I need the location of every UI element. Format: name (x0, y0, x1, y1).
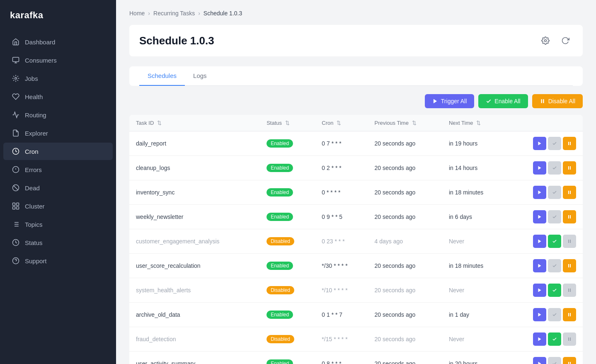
row-actions (513, 332, 576, 346)
next-time-cell: Never (442, 229, 507, 254)
cron-cell: 0 23 * * * (315, 229, 368, 254)
refresh-button[interactable] (558, 33, 573, 48)
previous-time-cell: 20 seconds ago (368, 156, 442, 180)
settings-icon (541, 36, 550, 45)
pause-icon (567, 190, 572, 195)
sidebar-item-cluster[interactable]: Cluster (3, 197, 113, 215)
sidebar-item-support[interactable]: Support (3, 252, 113, 269)
check-icon (552, 288, 557, 293)
row-trigger-button[interactable] (533, 332, 546, 346)
row-enable-button[interactable] (548, 235, 561, 248)
sidebar-item-topics[interactable]: Topics (3, 216, 113, 233)
col-previous-time[interactable]: Previous Time ⇅ (368, 115, 442, 131)
task-id-cell: archive_old_data (129, 303, 260, 327)
trigger-all-button[interactable]: Trigger All (425, 94, 475, 108)
tab-schedules[interactable]: Schedules (139, 66, 185, 86)
cron-cell: 0 * * * * (315, 180, 368, 205)
row-trigger-button[interactable] (533, 137, 546, 150)
play-icon (537, 190, 542, 195)
row-trigger-button[interactable] (533, 357, 546, 364)
status-badge: Disabled (267, 237, 294, 245)
row-trigger-button[interactable] (533, 161, 546, 175)
breadcrumb-sep-1: › (148, 10, 150, 17)
header-actions (538, 33, 573, 48)
sidebar-item-dashboard[interactable]: Dashboard (3, 33, 113, 51)
col-task-id[interactable]: Task ID ⇅ (129, 115, 260, 131)
sidebar-item-routing[interactable]: Routing (3, 106, 113, 124)
app-logo: karafka (0, 0, 116, 29)
row-enable-button[interactable] (548, 332, 561, 346)
row-trigger-button[interactable] (533, 284, 546, 297)
svg-rect-41 (570, 240, 571, 243)
previous-time-cell: 4 days ago (368, 229, 442, 254)
row-trigger-button[interactable] (533, 259, 546, 272)
sidebar-item-status[interactable]: Status (3, 234, 113, 251)
previous-time-cell: 20 seconds ago (368, 352, 442, 364)
status-badge: Enabled (267, 213, 293, 221)
sidebar-item-dead[interactable]: Dead (3, 179, 113, 197)
svg-rect-44 (570, 264, 571, 267)
tab-logs[interactable]: Logs (185, 66, 215, 86)
sidebar-item-cron[interactable]: Cron (3, 143, 113, 160)
previous-time-cell: 20 seconds ago (368, 180, 442, 205)
col-next-time[interactable]: Next Time ⇅ (442, 115, 507, 131)
check-icon (552, 165, 557, 170)
task-id-cell: user_activity_summary (129, 352, 260, 364)
svg-marker-36 (538, 215, 541, 219)
row-actions-cell (506, 352, 583, 364)
cluster-icon (12, 202, 20, 210)
routing-icon (12, 111, 20, 119)
breadcrumb-home[interactable]: Home (129, 10, 145, 17)
row-trigger-button[interactable] (533, 308, 546, 321)
next-time-cell: Never (442, 327, 507, 352)
next-time-cell: in 19 hours (442, 131, 507, 156)
row-pause-button[interactable] (563, 308, 576, 321)
disable-all-button[interactable]: Disable All (532, 94, 583, 108)
sidebar-nav: Dashboard Consumers Jobs Health Routing (0, 29, 116, 274)
previous-time-cell: 20 seconds ago (368, 278, 442, 303)
status-badge: Enabled (267, 359, 293, 364)
svg-marker-48 (538, 313, 541, 317)
col-actions (506, 115, 583, 131)
row-trigger-button[interactable] (533, 235, 546, 248)
sidebar-item-health[interactable]: Health (3, 88, 113, 105)
svg-rect-32 (570, 166, 571, 170)
cron-cell: */30 * * * * (315, 254, 368, 278)
row-actions (513, 137, 576, 150)
play-icon (537, 288, 542, 293)
row-pause-button[interactable] (563, 210, 576, 223)
row-pause-button (563, 332, 576, 346)
breadcrumb-current: Schedule 1.0.3 (204, 10, 242, 17)
svg-rect-56 (570, 362, 571, 364)
row-pause-button[interactable] (563, 186, 576, 199)
col-status[interactable]: Status ⇅ (260, 115, 315, 131)
svg-rect-46 (568, 289, 569, 292)
settings-button[interactable] (538, 33, 553, 48)
errors-icon (12, 165, 20, 174)
table-row: daily_reportEnabled0 7 * * *20 seconds a… (129, 131, 583, 156)
tabs-container: Schedules Logs (129, 66, 583, 86)
breadcrumb-section[interactable]: Recurring Tasks (153, 10, 195, 17)
check-icon (486, 98, 492, 104)
sidebar-item-explorer[interactable]: Explorer (3, 124, 113, 142)
enable-all-button[interactable]: Enable All (478, 94, 528, 108)
sidebar-item-errors[interactable]: Errors (3, 161, 113, 178)
consumers-icon (12, 56, 20, 64)
sidebar-item-label: Jobs (25, 75, 38, 82)
next-time-cell: in 14 hours (442, 156, 507, 180)
row-pause-button[interactable] (563, 357, 576, 364)
status-badge: Enabled (267, 188, 293, 197)
col-cron[interactable]: Cron ⇅ (315, 115, 368, 131)
row-actions-cell (506, 327, 583, 352)
table-row: user_activity_summaryEnabled0 8 * * *20 … (129, 352, 583, 364)
sidebar-item-label: Dashboard (25, 39, 55, 46)
svg-marker-33 (538, 191, 541, 194)
sidebar-item-consumers[interactable]: Consumers (3, 51, 113, 69)
row-pause-button[interactable] (563, 161, 576, 175)
row-enable-button[interactable] (548, 284, 561, 297)
row-trigger-button[interactable] (533, 186, 546, 199)
row-pause-button[interactable] (563, 137, 576, 150)
sidebar-item-jobs[interactable]: Jobs (3, 70, 113, 87)
row-pause-button[interactable] (563, 259, 576, 272)
row-trigger-button[interactable] (533, 210, 546, 223)
